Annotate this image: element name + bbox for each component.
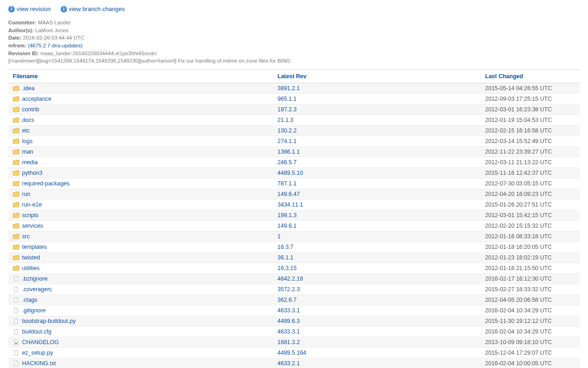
filename-link[interactable]: media xyxy=(22,159,38,166)
file-listing-table: Filename Latest Rev Last Changed .idea38… xyxy=(8,69,580,368)
table-row: buildout.cfg4633.3.12016-02-04 10:34:29 … xyxy=(8,327,580,337)
table-row: contrib197.2.32012-03-01 16:23:38 UTC xyxy=(8,104,580,115)
filename-link[interactable]: .bzrignore xyxy=(22,276,48,282)
filename-link[interactable]: logs xyxy=(22,138,33,144)
filename-link[interactable]: python3 xyxy=(22,170,42,176)
file-icon xyxy=(13,361,19,366)
filename-link[interactable]: src xyxy=(22,233,30,240)
revision-link[interactable]: 130.2.2 xyxy=(277,127,297,134)
revision-link[interactable]: 1 xyxy=(277,233,281,240)
folder-icon xyxy=(13,128,19,133)
filename-link[interactable]: required-packages xyxy=(22,180,70,187)
filename-link[interactable]: run xyxy=(22,191,30,197)
revision-link[interactable]: 16.3.7 xyxy=(277,244,294,250)
col-latestrev-header[interactable]: Latest Rev xyxy=(273,70,481,83)
revision-link[interactable]: 149.6.47 xyxy=(277,191,300,197)
last-changed-value: 2012-11-22 23:39:27 UTC xyxy=(481,147,580,157)
folder-icon xyxy=(13,265,19,271)
revision-link[interactable]: 1366.1.1 xyxy=(277,149,300,155)
revision-link[interactable]: 16.3.15 xyxy=(277,265,297,271)
revision-link[interactable]: 4489.5.164 xyxy=(277,350,306,356)
table-row: required-packages787.1.12012-07-30 03:05… xyxy=(8,178,580,189)
filename-link[interactable]: ez_setup.py xyxy=(22,350,53,356)
table-row: etc130.2.22012-02-15 16:16:58 UTC xyxy=(8,126,580,136)
revision-link[interactable]: 362.6.7 xyxy=(277,297,297,303)
filename-link[interactable]: man xyxy=(22,149,33,155)
last-changed-value: 2012-03-01 16:23:38 UTC xyxy=(481,104,580,115)
filename-link[interactable]: bootstrap-buildout.py xyxy=(22,318,76,324)
table-row: templates16.3.72012-01-18 16:20:05 UTC xyxy=(8,242,580,253)
last-changed-value: 2012-03-11 21:13:22 UTC xyxy=(481,157,580,168)
revid-label: Revision ID: xyxy=(8,51,39,56)
revision-link[interactable]: 199.1.3 xyxy=(277,212,297,218)
last-changed-value: 2012-01-18 21:15:50 UTC xyxy=(481,263,580,274)
revision-link[interactable]: 4642.2.18 xyxy=(277,276,303,282)
last-changed-value: 2012-01-19 15:04:53 UTC xyxy=(481,115,580,126)
revision-link[interactable]: 3891.2.1 xyxy=(277,85,300,92)
revision-link[interactable]: 197.2.3 xyxy=(277,106,297,113)
filename-link[interactable]: buildout.cfg xyxy=(22,328,51,335)
last-changed-value: 2015-01-26 20:27:51 UTC xyxy=(481,200,580,210)
filename-link[interactable]: templates xyxy=(22,244,47,250)
revision-link[interactable]: 36.1.1 xyxy=(277,254,294,261)
revision-link[interactable]: 4633.3.1 xyxy=(277,307,300,314)
filename-link[interactable]: docs xyxy=(22,117,34,123)
table-row: HACKING.txt4633.2.12016-02-04 10:00:05 U… xyxy=(8,358,580,368)
filename-link[interactable]: CHANGELOG xyxy=(22,339,59,345)
revision-link[interactable]: 4633.3.1 xyxy=(277,328,300,335)
col-filename-header[interactable]: Filename xyxy=(8,70,273,83)
folder-icon xyxy=(13,96,19,102)
filename-link[interactable]: .gitignore xyxy=(22,307,45,314)
filename-link[interactable]: scripts xyxy=(22,212,39,218)
revision-link[interactable]: 274.1.1 xyxy=(277,138,297,144)
filename-link[interactable]: acceptance xyxy=(22,96,51,102)
revision-link[interactable]: 4489.6.3 xyxy=(277,318,300,324)
filename-link[interactable]: .idea xyxy=(22,85,34,92)
folder-icon xyxy=(13,213,19,218)
info-icon: i xyxy=(61,6,67,12)
revision-link[interactable]: 246.5.7 xyxy=(277,159,297,166)
authors-value: LaMont Jones xyxy=(35,28,68,33)
info-icon: i xyxy=(8,6,15,12)
col-lastchanged-header[interactable]: Last Changed xyxy=(481,70,580,83)
revision-link[interactable]: 149.6.1 xyxy=(277,223,297,229)
filename-link[interactable]: .ctags xyxy=(22,297,37,303)
revision-link[interactable]: 4633.2.1 xyxy=(277,360,300,367)
file-icon xyxy=(13,276,19,282)
revision-link[interactable]: 3572.2.3 xyxy=(277,286,300,293)
revision-link[interactable]: 787.1.1 xyxy=(277,180,297,187)
view-branch-changes-link[interactable]: i view branch changes xyxy=(61,6,125,12)
table-row: src12012-01-16 08:33:18 UTC xyxy=(8,231,580,242)
filename-link[interactable]: run-e2e xyxy=(22,201,42,208)
table-row: docs21.1.32012-01-19 15:04:53 UTC xyxy=(8,115,580,126)
mfrom-link[interactable]: (4675.2.7 dns-updates) xyxy=(28,43,83,48)
folder-icon xyxy=(13,138,19,144)
revision-link[interactable]: 3434.11.1 xyxy=(277,201,303,208)
filename-link[interactable]: etc xyxy=(22,127,30,134)
revision-link[interactable]: 1681.3.2 xyxy=(277,339,300,345)
table-row: logs274.1.12012-03-14 15:52:49 UTC xyxy=(8,136,580,147)
last-changed-value: 2012-04-05 20:06:58 UTC xyxy=(481,295,580,305)
revision-link[interactable]: 4489.5.10 xyxy=(277,170,303,176)
filename-link[interactable]: HACKING.txt xyxy=(22,360,56,367)
table-row: utilities16.3.152012-01-18 21:15:50 UTC xyxy=(8,263,580,274)
filename-link[interactable]: twisted xyxy=(22,254,40,261)
table-header-row: Filename Latest Rev Last Changed xyxy=(8,70,580,83)
revision-link[interactable]: 965.1.1 xyxy=(277,96,297,102)
filename-link[interactable]: services xyxy=(22,223,43,229)
last-changed-value: 2015-12-04 17:29:07 UTC xyxy=(481,348,580,358)
file-icon xyxy=(13,318,19,324)
revision-link[interactable]: 21.1.3 xyxy=(277,117,294,123)
filename-link[interactable]: utilities xyxy=(22,265,40,271)
filename-link[interactable]: contrib xyxy=(22,106,40,113)
table-row: python34489.5.102015-11-16 12:42:37 UTC xyxy=(8,168,580,178)
revid-value: maas_lander-20160226034444-xt1ps3hhr65sv… xyxy=(40,51,157,56)
folder-icon xyxy=(13,255,19,260)
view-revision-link[interactable]: i view revision xyxy=(8,6,51,12)
last-changed-value: 2016-02-17 16:12:30 UTC xyxy=(481,274,580,284)
last-changed-value: 2016-02-04 10:34:29 UTC xyxy=(481,327,580,337)
folder-icon xyxy=(13,191,19,197)
filename-link[interactable]: .coveragerc xyxy=(22,286,52,293)
folder-icon xyxy=(13,107,19,112)
folder-icon xyxy=(13,170,19,176)
